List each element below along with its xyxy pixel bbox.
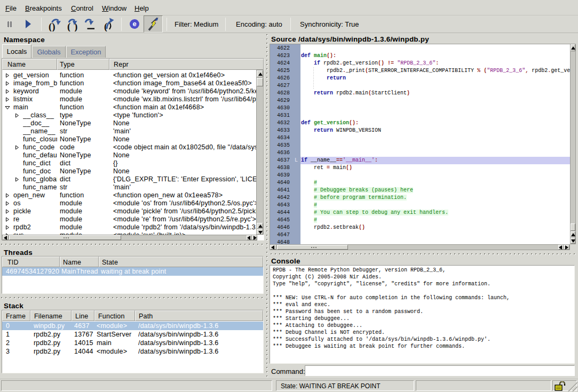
svg-text:(): () — [49, 21, 56, 31]
